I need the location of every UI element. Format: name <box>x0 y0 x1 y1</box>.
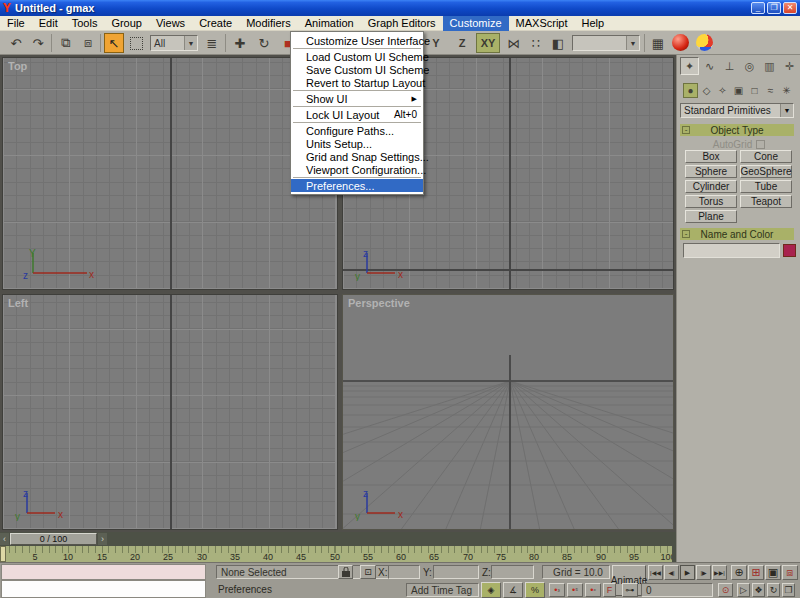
select-by-name-button[interactable]: ≣ <box>202 33 222 53</box>
time-configuration-button[interactable]: ⊙ <box>718 583 733 597</box>
menu-help[interactable]: Help <box>575 16 612 31</box>
category-helpers[interactable]: □ <box>747 83 762 98</box>
dropdown-arrow-icon[interactable]: ▼ <box>626 36 639 50</box>
go-to-start-button[interactable]: |◀◀ <box>648 565 663 580</box>
menu-item-viewport-configuration[interactable]: Viewport Configuration... <box>291 163 423 176</box>
primitive-category-combo[interactable]: Standard Primitives ▼ <box>680 103 794 118</box>
play-button[interactable]: ▶ <box>680 565 695 580</box>
previous-frame-button[interactable]: ◀| <box>664 565 679 580</box>
menu-tools[interactable]: Tools <box>65 16 105 31</box>
zoom-all-button[interactable]: ⊞ <box>748 565 764 580</box>
menu-item-show-ui[interactable]: Show UI▶ <box>291 92 423 105</box>
restrict-z-button[interactable]: Z <box>450 33 474 53</box>
snap-variant-1-button[interactable]: •³ <box>549 583 565 597</box>
tab-motion[interactable]: ◎ <box>740 57 759 75</box>
collapse-icon[interactable]: - <box>682 126 690 134</box>
category-lights[interactable]: ✧ <box>715 83 730 98</box>
name-color-rollout-header[interactable]: - Name and Color <box>680 228 794 240</box>
tube-button[interactable]: Tube <box>740 180 792 193</box>
add-time-tag-field[interactable]: Add Time Tag <box>406 583 479 597</box>
viewport-perspective-label[interactable]: Perspective <box>348 297 410 309</box>
close-button[interactable]: ✕ <box>783 2 797 14</box>
menu-item-grid-and-snap-settings[interactable]: Grid and Snap Settings... <box>291 150 423 163</box>
menu-graph-editors[interactable]: Graph Editors <box>361 16 443 31</box>
x-coordinate-field[interactable] <box>388 565 420 579</box>
menu-item-preferences[interactable]: Preferences... <box>291 179 423 192</box>
arc-rotate-button[interactable]: ↻ <box>767 583 780 597</box>
tab-create[interactable]: ✦ <box>680 57 699 75</box>
y-coordinate-field[interactable] <box>433 565 479 579</box>
category-geometry[interactable]: ● <box>683 83 698 98</box>
zoom-extents-all-button[interactable]: ⧈ <box>782 565 798 580</box>
category-cameras[interactable]: ▣ <box>731 83 746 98</box>
time-slider[interactable]: 0 / 100 <box>10 533 97 545</box>
plane-button[interactable]: Plane <box>685 210 737 223</box>
render-button[interactable] <box>696 34 713 51</box>
move-button[interactable]: ✚ <box>230 33 250 53</box>
cylinder-button[interactable]: Cylinder <box>685 180 737 193</box>
snap-variant-2-button[interactable]: •⁵ <box>567 583 583 597</box>
cone-button[interactable]: Cone <box>740 150 792 163</box>
tab-display[interactable]: ▥ <box>760 57 779 75</box>
menu-file[interactable]: File <box>0 16 32 31</box>
geosphere-button[interactable]: GeoSphere <box>740 165 792 178</box>
viewport-left-label[interactable]: Left <box>8 297 28 309</box>
snap-filter-button[interactable]: F <box>603 583 616 597</box>
min-max-toggle-button[interactable]: ❐ <box>782 583 795 597</box>
menu-item-units-setup[interactable]: Units Setup... <box>291 137 423 150</box>
menu-edit[interactable]: Edit <box>32 16 65 31</box>
collapse-icon[interactable]: - <box>682 230 690 238</box>
align-button[interactable]: ◧ <box>548 33 568 53</box>
select-and-link-button[interactable]: ⧉ <box>56 33 76 53</box>
menu-views[interactable]: Views <box>149 16 192 31</box>
z-coordinate-field[interactable] <box>491 565 534 579</box>
teapot-button[interactable]: Teapot <box>740 195 792 208</box>
track-view-button[interactable]: ▦ <box>648 33 668 53</box>
restore-button[interactable]: ❐ <box>767 2 781 14</box>
viewport-top[interactable]: Top Y z x <box>2 57 338 290</box>
tab-modify[interactable]: ∿ <box>700 57 719 75</box>
percent-snap-toggle-button[interactable]: % <box>525 582 545 598</box>
autogrid-checkbox[interactable] <box>756 140 765 149</box>
mirror-button[interactable]: ⋈ <box>504 33 524 53</box>
field-of-view-button[interactable]: ▷ <box>737 583 750 597</box>
viewport-top-label[interactable]: Top <box>8 60 27 72</box>
angle-snap-toggle-button[interactable]: ∡ <box>503 582 523 598</box>
menu-modifiers[interactable]: Modifiers <box>239 16 298 31</box>
selection-region-button[interactable] <box>126 33 146 53</box>
absolute-offset-toggle[interactable]: ⊡ <box>360 565 376 579</box>
menu-animation[interactable]: Animation <box>298 16 361 31</box>
rotate-button[interactable]: ↻ <box>254 33 274 53</box>
unlink-selection-button[interactable]: ⧈ <box>78 33 98 53</box>
menu-group[interactable]: Group <box>104 16 149 31</box>
menu-item-configure-paths[interactable]: Configure Paths... <box>291 124 423 137</box>
go-to-end-button[interactable]: ▶▶| <box>712 565 727 580</box>
material-editor-button[interactable] <box>672 34 689 51</box>
snap-toggle-button[interactable]: ◈ <box>481 582 501 598</box>
restrict-xy-plane-button[interactable]: XY <box>476 33 500 53</box>
zoom-button[interactable]: ⊕ <box>731 565 747 580</box>
dropdown-arrow-icon[interactable]: ▼ <box>780 104 793 117</box>
category-systems[interactable]: ✳ <box>779 83 794 98</box>
category-shapes[interactable]: ◇ <box>699 83 714 98</box>
set-key-button[interactable]: ⊶ <box>622 583 638 597</box>
time-slider-next-button[interactable]: › <box>98 533 107 545</box>
torus-button[interactable]: Torus <box>685 195 737 208</box>
viewport-perspective[interactable]: Perspective <box>342 294 674 530</box>
category-spacewarps[interactable]: ≈ <box>763 83 778 98</box>
menu-item-revert-to-startup-layout[interactable]: Revert to Startup Layout <box>291 76 423 89</box>
viewport-left[interactable]: Left z y x <box>2 294 338 530</box>
select-object-button[interactable]: ↖ <box>104 33 124 53</box>
dropdown-arrow-icon[interactable]: ▼ <box>184 36 197 50</box>
selection-lock-toggle[interactable] <box>338 565 353 579</box>
menu-item-customize-user-interface[interactable]: Customize User Interface <box>291 34 423 47</box>
menu-item-load-custom-ui-scheme[interactable]: Load Custom UI Scheme <box>291 50 423 63</box>
object-type-rollout-header[interactable]: - Object Type <box>680 124 794 136</box>
menu-maxscript[interactable]: MAXScript <box>509 16 575 31</box>
object-color-swatch[interactable] <box>783 244 796 257</box>
tab-hierarchy[interactable]: ⊥ <box>720 57 739 75</box>
snap-variant-3-button[interactable]: •ˣ <box>585 583 601 597</box>
menu-item-save-custom-ui-scheme[interactable]: Save Custom UI Scheme <box>291 63 423 76</box>
zoom-extents-button[interactable]: ▣ <box>765 565 781 580</box>
next-frame-button[interactable]: |▶ <box>696 565 711 580</box>
